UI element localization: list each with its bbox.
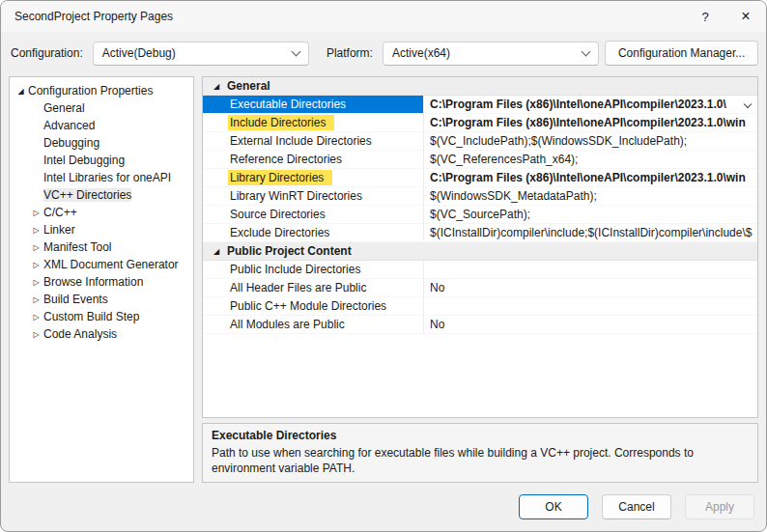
- property-row-include-directories[interactable]: Include DirectoriesC:\Program Files (x86…: [203, 114, 757, 132]
- close-button[interactable]: ×: [725, 1, 766, 32]
- property-name-cell[interactable]: External Include Directories: [203, 132, 424, 150]
- property-value-cell[interactable]: $(ICInstallDir)compiler\include;$(ICInst…: [424, 224, 757, 241]
- configuration-dropdown[interactable]: Active(Debug): [93, 42, 309, 66]
- property-row-source-directories[interactable]: Source Directories$(VC_SourcePath);: [203, 206, 757, 224]
- property-value-text: $(ICInstallDir)compiler\include;$(ICInst…: [430, 226, 752, 239]
- tree-expand-icon[interactable]: ▷: [29, 261, 43, 269]
- tree-item-label: VC++ Directories: [43, 188, 131, 202]
- property-name-label: All Modules are Public: [230, 318, 345, 331]
- configuration-value: Active(Debug): [102, 46, 176, 60]
- configuration-manager-button[interactable]: Configuration Manager...: [605, 41, 758, 66]
- dialog-body: ◢Configuration PropertiesGeneralAdvanced…: [1, 74, 766, 489]
- property-name-cell[interactable]: Public Include Directories: [203, 261, 424, 278]
- ok-button[interactable]: OK: [519, 494, 588, 519]
- property-name-cell[interactable]: Public C++ Module Directories: [203, 297, 424, 315]
- description-text: Path to use when searching for executabl…: [212, 445, 749, 476]
- property-value-cell[interactable]: [424, 261, 757, 278]
- property-value-cell[interactable]: $(VC_IncludePath);$(WindowsSDK_IncludePa…: [424, 132, 757, 150]
- tree-expand-icon[interactable]: ▷: [29, 243, 43, 252]
- property-value-cell[interactable]: [424, 297, 757, 315]
- property-value-cell[interactable]: $(VC_SourcePath);: [424, 206, 757, 223]
- tree-item-debugging[interactable]: Debugging: [10, 134, 193, 152]
- property-name-cell[interactable]: Library Directories: [203, 169, 424, 186]
- tree-item-label: Browse Information: [43, 275, 143, 289]
- description-panel: Executable Directories Path to use when …: [202, 423, 758, 483]
- title-bar: SecondProject Property Pages ? ×: [1, 1, 766, 32]
- property-row-exclude-directories[interactable]: Exclude Directories$(ICInstallDir)compil…: [203, 224, 757, 242]
- tree-item-intel-libraries-for-oneapi[interactable]: Intel Libraries for oneAPI: [10, 169, 193, 186]
- tree-item-browse-information[interactable]: ▷Browse Information: [10, 273, 193, 291]
- property-name-label: Exclude Directories: [230, 226, 329, 239]
- platform-dropdown[interactable]: Active(x64): [383, 42, 599, 66]
- property-name-cell[interactable]: All Header Files are Public: [203, 279, 424, 296]
- cancel-button[interactable]: Cancel: [602, 494, 671, 519]
- property-value-text: $(WindowsSDK_MetadataPath);: [430, 189, 597, 203]
- property-value-cell[interactable]: C:\Program Files (x86)\Intel\oneAPI\comp…: [424, 169, 757, 186]
- tree-expand-icon[interactable]: ▷: [29, 313, 43, 322]
- chevron-down-icon: [291, 47, 300, 57]
- property-row-all-modules-are-public[interactable]: All Modules are PublicNo: [203, 316, 757, 334]
- property-name-cell[interactable]: Reference Directories: [203, 151, 424, 168]
- tree-item-code-analysis[interactable]: ▷Code Analysis: [10, 325, 193, 343]
- tree-item-xml-document-generator[interactable]: ▷XML Document Generator: [10, 256, 193, 273]
- property-name-cell[interactable]: Include Directories: [203, 114, 424, 131]
- property-row-public-include-directories[interactable]: Public Include Directories: [203, 261, 757, 279]
- tree-item-configuration-properties[interactable]: ◢Configuration Properties: [10, 82, 193, 99]
- tree-expand-icon[interactable]: ▷: [29, 278, 43, 287]
- tree-item-label: General: [43, 101, 85, 115]
- tree-item-intel-debugging[interactable]: Intel Debugging: [10, 152, 193, 169]
- property-name-cell[interactable]: Exclude Directories: [203, 224, 424, 241]
- property-name-highlighted: Include Directories: [228, 115, 334, 130]
- property-value-cell[interactable]: No: [424, 316, 757, 333]
- property-row-reference-directories[interactable]: Reference Directories$(VC_ReferencesPath…: [203, 151, 757, 169]
- property-name-label: Executable Directories: [230, 98, 346, 111]
- property-row-external-include-directories[interactable]: External Include Directories$(VC_Include…: [203, 132, 757, 151]
- tree-expand-icon[interactable]: ▷: [29, 209, 43, 217]
- tree-item-c-c[interactable]: ▷C/C++: [10, 204, 193, 221]
- tree-item-linker[interactable]: ▷Linker: [10, 221, 193, 238]
- property-value-cell[interactable]: $(VC_ReferencesPath_x64);: [424, 151, 757, 168]
- chevron-down-icon: [582, 47, 591, 57]
- category-tree: ◢Configuration PropertiesGeneralAdvanced…: [9, 76, 194, 483]
- property-grid: ◢GeneralExecutable DirectoriesC:\Program…: [202, 76, 758, 418]
- property-value-cell[interactable]: No: [424, 279, 757, 296]
- tree-item-build-events[interactable]: ▷Build Events: [10, 291, 193, 308]
- value-dropdown-chevron-icon[interactable]: [744, 100, 752, 108]
- tree-item-label: Linker: [43, 223, 75, 237]
- section-collapse-icon[interactable]: ◢: [210, 247, 223, 256]
- section-header-public-project-content[interactable]: ◢Public Project Content: [203, 242, 757, 261]
- tree-item-advanced[interactable]: Advanced: [10, 117, 193, 134]
- description-title: Executable Directories: [212, 429, 749, 442]
- tree-item-label: Manifest Tool: [43, 240, 111, 254]
- section-collapse-icon[interactable]: ◢: [210, 82, 223, 91]
- tree-item-label: Configuration Properties: [28, 84, 153, 98]
- property-value-cell[interactable]: C:\Program Files (x86)\Intel\oneAPI\comp…: [424, 114, 757, 131]
- tree-collapse-icon[interactable]: ◢: [14, 87, 28, 96]
- property-value-cell[interactable]: $(WindowsSDK_MetadataPath);: [424, 187, 757, 205]
- property-row-library-directories[interactable]: Library DirectoriesC:\Program Files (x86…: [203, 169, 757, 187]
- help-button[interactable]: ?: [685, 1, 725, 32]
- tree-item-custom-build-step[interactable]: ▷Custom Build Step: [10, 308, 193, 325]
- property-row-public-c-module-directories[interactable]: Public C++ Module Directories: [203, 297, 757, 316]
- property-value-text: No: [430, 318, 444, 331]
- property-row-executable-directories[interactable]: Executable DirectoriesC:\Program Files (…: [203, 96, 757, 114]
- property-name-cell[interactable]: Source Directories: [203, 206, 424, 223]
- apply-button[interactable]: Apply: [685, 494, 754, 519]
- tree-item-label: XML Document Generator: [43, 258, 179, 271]
- tree-item-manifest-tool[interactable]: ▷Manifest Tool: [10, 238, 193, 256]
- property-name-cell[interactable]: Library WinRT Directories: [203, 187, 424, 205]
- tree-item-general[interactable]: General: [10, 99, 193, 117]
- tree-expand-icon[interactable]: ▷: [29, 226, 43, 235]
- section-header-general[interactable]: ◢General: [203, 77, 757, 96]
- tree-item-vc-directories[interactable]: VC++ Directories: [10, 186, 193, 204]
- tree-item-label: Code Analysis: [43, 327, 117, 341]
- platform-label: Platform:: [327, 46, 373, 60]
- property-row-all-header-files-are-public[interactable]: All Header Files are PublicNo: [203, 279, 757, 297]
- tree-expand-icon[interactable]: ▷: [29, 330, 43, 339]
- property-row-library-winrt-directories[interactable]: Library WinRT Directories$(WindowsSDK_Me…: [203, 187, 757, 206]
- property-value-cell[interactable]: C:\Program Files (x86)\Intel\oneAPI\comp…: [424, 96, 757, 113]
- property-name-cell[interactable]: All Modules are Public: [203, 316, 424, 333]
- property-name-cell[interactable]: Executable Directories: [203, 96, 424, 113]
- tree-expand-icon[interactable]: ▷: [29, 295, 43, 304]
- property-value-text: C:\Program Files (x86)\Intel\oneAPI\comp…: [430, 98, 726, 111]
